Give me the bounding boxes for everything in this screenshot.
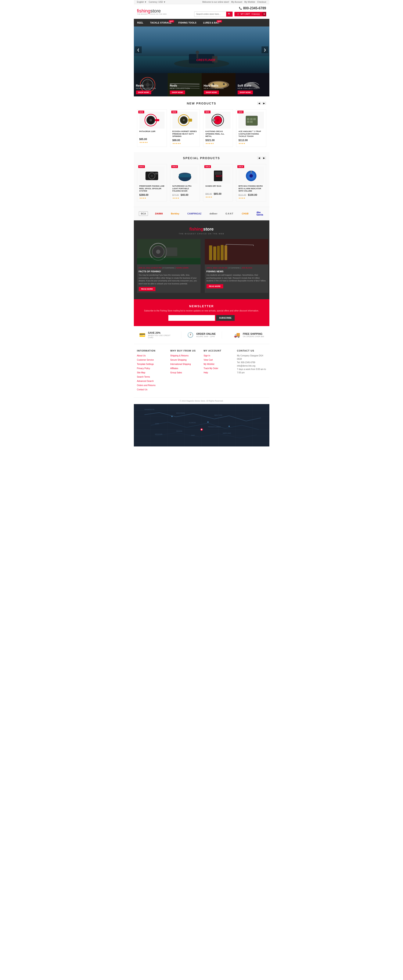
brand-bca[interactable]: BCA — [139, 211, 148, 216]
nav-item-lures[interactable]: LURES & BAIT HOT — [200, 19, 223, 27]
read-more-1[interactable]: READ MORE — [139, 287, 155, 291]
newsletter-subscribe-btn[interactable]: SUBSCRIBE — [216, 315, 235, 321]
svg-rect-38 — [250, 118, 253, 120]
main-nav: REEL TACKLE STORAGE HOT FISHING TOOLS LU… — [134, 19, 270, 27]
product-stars-2: ★★★★★ — [172, 142, 198, 145]
soft-baits-subtitle: NEW COLLECTION — [238, 87, 267, 89]
brand-debeer[interactable]: deBeer — [208, 211, 218, 216]
footer-link-wishlist[interactable]: My Wishlist — [204, 363, 233, 366]
product-card-3[interactable]: NEW KASTKING ORCAS SPINNING REEL ALL MET… — [203, 109, 233, 147]
svg-point-88 — [228, 426, 230, 427]
new-products-prev[interactable]: ◀ — [257, 102, 261, 105]
brand-campingaz[interactable]: CAMPINGAZ — [186, 211, 203, 216]
logo-area[interactable]: fishingstore THE BIGGEST CHOICE ON THE W… — [137, 8, 167, 15]
footer-link-track[interactable]: Track My Order — [204, 367, 233, 370]
special-card-1[interactable]: SALE FREEFISHER FISHING LINE REEL SPOOL … — [137, 164, 167, 202]
cart-button[interactable]: 🛒 MY CART: 0 item(s) — [235, 12, 262, 16]
soft-baits-shop-btn[interactable]: SHOP NOW! — [238, 91, 253, 94]
feature-order-subtitle: HOURS: 8AM - 11PM — [196, 336, 216, 337]
search-input[interactable] — [194, 12, 226, 16]
category-soft-baits[interactable]: Soft Baits NEW COLLECTION SHOP NOW! — [235, 73, 270, 96]
product-card-4[interactable]: NEW ACE ANGLING™ 3 TRAP CANTILEVER FISHI… — [236, 109, 266, 147]
footer-link-cart[interactable]: View Cart — [204, 358, 233, 362]
special-next[interactable]: ▶ — [262, 156, 266, 159]
product-card-2[interactable]: NEW ECOODA HORNET SERIES PREMIUM HEAVY D… — [170, 109, 200, 147]
new-products-section: NEW PRODUCTS ◀ ▶ NEW PATIAORUN 118R $65.… — [134, 96, 270, 152]
category-rods[interactable]: Rods NEW COLLECTION SHOP NOW! — [168, 73, 202, 96]
category-reels[interactable]: Reels NEW COLLECTION SHOP NOW! — [134, 73, 168, 96]
footer-link-affiliates[interactable]: Affiliates — [170, 367, 200, 370]
feature-save-title: SAVE 20% — [148, 331, 176, 334]
special-card-4[interactable]: SALE BITE MAX FISHING MICRO BITE ALARM I… — [236, 164, 266, 202]
nav-item-tools[interactable]: FISHING TOOLS — [175, 19, 200, 27]
my-account-link[interactable]: My Account — [231, 1, 242, 3]
read-more-2[interactable]: READ MORE — [206, 284, 223, 288]
soft-baits-overlay: Soft Baits NEW COLLECTION SHOP NOW! — [235, 82, 270, 96]
special-prev[interactable]: ◀ — [257, 156, 261, 159]
special-old-price-3: $96.00 — [205, 193, 212, 195]
newsletter-email-input[interactable] — [168, 315, 215, 321]
wishlist-link[interactable]: My Wishlist — [244, 1, 255, 3]
special-image-1 — [140, 166, 165, 183]
footer-link-signin[interactable]: Sign In — [204, 354, 233, 358]
category-hard-baits[interactable]: Hard Baits NEW COLLECTION SHOP NOW! — [202, 73, 235, 96]
footer-link-sitemap[interactable]: Site Map — [137, 371, 166, 374]
brand-chub[interactable]: CHUB — [241, 211, 250, 216]
footer-link-contact[interactable]: Contact Us — [137, 388, 166, 391]
nav-item-reel[interactable]: REEL — [134, 19, 147, 27]
special-badge-2: SALE — [171, 165, 178, 168]
reels-shop-btn[interactable]: SHOP NOW! — [136, 91, 151, 94]
hard-baits-shop-btn[interactable]: SHOP NOW! — [204, 91, 219, 94]
language-selector[interactable]: English ▼ — [137, 1, 146, 3]
footer-link-search[interactable]: Search Terms — [137, 375, 166, 379]
svg-text:MARYLAND: MARYLAND — [223, 433, 231, 434]
footer-link-help[interactable]: Help — [204, 371, 233, 374]
hard-baits-subtitle: NEW COLLECTION — [204, 87, 233, 89]
hero-background: CRESTLINER — [134, 27, 270, 73]
footer-link-privacy[interactable]: Privacy Policy — [137, 367, 166, 370]
footer-link-template[interactable]: Template Settings — [137, 363, 166, 366]
checkout-link[interactable]: Checkout — [257, 1, 266, 3]
footer-link-about[interactable]: About Us — [137, 354, 166, 358]
brand-berkley[interactable]: Berkley — [170, 211, 181, 216]
product-card-1[interactable]: NEW PATIAORUN 118R $65.00 ★★★★★ — [137, 109, 167, 147]
footer-whybuy-title: WHY BUY FROM US — [170, 349, 200, 352]
special-card-3[interactable]: SALE MAST HANES DRY BAG $96.00 $85.00 ★★… — [203, 164, 233, 202]
product-stars-3: ★★★★★ — [205, 142, 231, 145]
footer: INFORMATION About Us Customer Service Te… — [134, 344, 270, 398]
blog-title-2: FISHING NEWS — [206, 270, 267, 273]
svg-rect-66 — [217, 246, 220, 260]
brand-abu-garcia[interactable]: AbuGarcia — [255, 210, 264, 217]
svg-text:OHIO: OHIO — [191, 434, 195, 436]
footer-link-international[interactable]: International Shipping — [170, 363, 200, 366]
product-name-3: KASTKING ORCAS SPINNING REEL ALL METAL — [205, 130, 231, 138]
feature-shipping-subtitle: ON ORDERS OVER $99 — [243, 336, 264, 337]
rods-shop-btn[interactable]: SHOP NOW! — [170, 91, 185, 94]
product-name-4: ACE ANGLING™ 3 TRAP CANTILEVER FISHING T… — [238, 130, 263, 138]
product-badge-1: NEW — [138, 111, 144, 113]
new-products-next[interactable]: ▶ — [262, 102, 266, 105]
brand-gant[interactable]: GANT — [224, 211, 235, 216]
hero-prev-button[interactable]: ❮ — [135, 46, 142, 53]
footer-link-advanced[interactable]: Advanced Search — [137, 380, 166, 383]
currency-selector[interactable]: Currency: USD ▼ — [149, 1, 166, 3]
product-price-3: $321.00 — [205, 139, 231, 142]
svg-rect-41 — [250, 121, 253, 123]
hero-next-button[interactable]: ❯ — [262, 46, 268, 53]
lures-badge: HOT — [217, 20, 222, 22]
footer-link-orders[interactable]: Orders and Returns — [137, 384, 166, 387]
search-button[interactable]: 🔍 — [226, 12, 233, 16]
product-price-1: $65.00 — [140, 138, 165, 141]
footer-link-secure[interactable]: Secure Shopping — [170, 358, 200, 362]
special-card-2[interactable]: SALE NATUREHIKE ULTRA LIGHT PORTABLE FOL… — [170, 164, 200, 202]
footer-link-customer[interactable]: Customer Service — [137, 358, 166, 362]
special-image-3: MAST — [205, 166, 231, 183]
footer-link-shipping-returns[interactable]: Shipping & Returns — [170, 354, 200, 358]
nav-item-tackle[interactable]: TACKLE STORAGE HOT — [147, 19, 175, 27]
special-name-4: BITE MAX FISHING MICRO BITE ALARM INDICA… — [238, 185, 263, 192]
svg-rect-40 — [247, 121, 249, 123]
phone-area: 📞 800-2345-6789 — [239, 6, 266, 10]
brand-daiwa[interactable]: DAIWA — [154, 211, 164, 216]
cart-dropdown-button[interactable]: ▼ — [262, 12, 266, 16]
footer-link-group[interactable]: Group Sales — [170, 371, 200, 374]
